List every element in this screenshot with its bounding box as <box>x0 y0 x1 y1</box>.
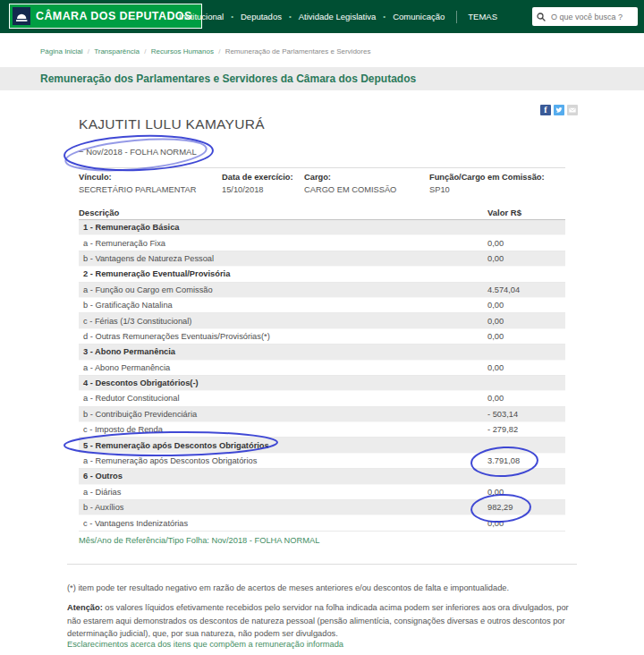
table-row: a - Abono Permanência0,00 <box>79 361 565 376</box>
breadcrumb-pagina-inicial[interactable]: Página Inicial <box>40 47 83 55</box>
row-description: a - Diárias <box>79 488 121 497</box>
table-row: c - Imposto de Renda- 279,82 <box>79 422 565 438</box>
row-description: a - Remuneração após Descontos Obrigatór… <box>79 456 257 465</box>
row-value: 0,00 <box>487 488 504 497</box>
nav-bullet-icon: • <box>289 13 292 21</box>
footer-divider <box>67 564 577 565</box>
attention-text: os valores líquidos efetivamente recebid… <box>67 603 569 638</box>
info-vinculo: Vínculo: SECRETÁRIO PARLAMENTAR <box>79 173 196 194</box>
page-title: Remuneração dos Parlamentares e Servidor… <box>40 72 416 85</box>
attention-label: Atenção: <box>67 603 103 612</box>
nav-atividade-legislativa[interactable]: Atividade Legislativa <box>299 12 377 21</box>
row-value: - 503,14 <box>487 410 518 419</box>
reference-note: Mês/Ano de Referência/Tipo Folha: Nov/20… <box>79 536 319 545</box>
row-description: b - Auxílios <box>79 503 123 512</box>
info-value: SECRETÁRIO PARLAMENTAR <box>79 185 196 194</box>
row-value: 3.791,08 <box>487 456 520 465</box>
nav-comunicacao[interactable]: Comunicação <box>393 12 445 21</box>
info-label: Data de exercício: <box>222 173 293 182</box>
row-value: 0,00 <box>487 254 504 263</box>
table-section-row: 1 - Remuneração Básica <box>79 220 565 235</box>
title-band: Remuneração dos Parlamentares e Servidor… <box>0 67 644 90</box>
search-box[interactable] <box>532 7 638 26</box>
search-icon <box>537 13 546 21</box>
row-description: 2 - Remuneração Eventual/Provisória <box>79 269 230 278</box>
table-row: b - Vantagens de Natureza Pessoal0,00 <box>79 251 565 267</box>
nav-temas[interactable]: TEMAS <box>468 12 497 21</box>
email-icon[interactable] <box>567 105 578 115</box>
table-row: b - Gratificação Natalina0,00 <box>79 298 565 313</box>
info-cargo: Cargo: CARGO EM COMISSÃO <box>304 173 396 194</box>
row-value: 0,00 <box>487 363 504 372</box>
row-description: 3 - Abono Permanência <box>79 347 175 356</box>
row-value: - 279,82 <box>487 425 518 434</box>
row-value: 0,00 <box>487 301 504 310</box>
info-value: SP10 <box>429 185 545 194</box>
breadcrumb-separator: / <box>88 47 89 55</box>
table-row: c - Férias (1/3 Constitucional)0,00 <box>79 313 565 328</box>
breadcrumb-separator: / <box>218 47 220 55</box>
row-description: b - Gratificação Natalina <box>79 301 173 310</box>
row-description: 4 - Descontos Obrigatórios(-) <box>79 379 199 387</box>
logo-text: CÂMARA DOS DEPUTADOS <box>36 10 192 22</box>
table-section-row: 4 - Descontos Obrigatórios(-) <box>79 376 565 391</box>
nav-deputados[interactable]: Deputados <box>241 12 282 21</box>
row-value: 982,29 <box>487 503 513 512</box>
info-label: Vínculo: <box>79 173 196 182</box>
nav-bullet-icon: • <box>383 13 386 21</box>
table-row: b - Auxílios982,29 <box>79 500 565 515</box>
accordion-divider <box>79 167 565 168</box>
table-row: c - Vantagens Indenizatórias0,00 <box>79 515 565 531</box>
info-data-exercicio: Data de exercício: 15/10/2018 <box>222 173 293 194</box>
clarification-link[interactable]: Esclarecimentos acerca dos itens que com… <box>67 640 343 649</box>
table-row: a - Função ou Cargo em Comissão4.574,04 <box>79 283 565 298</box>
table-section-row: 6 - Outros <box>79 469 565 484</box>
table-section-row: 5 - Remuneração após Descontos Obrigatór… <box>79 438 565 453</box>
info-label: Cargo: <box>304 173 396 182</box>
row-value: 0,00 <box>487 394 504 403</box>
row-description: d - Outras Remunerações Eventuais/Provis… <box>79 332 270 341</box>
attention-note: Atenção: os valores líquidos efetivament… <box>67 601 584 641</box>
breadcrumb-current: Remuneração de Parlamentares e Servidore… <box>225 47 371 55</box>
row-description: a - Abono Permanência <box>79 363 170 372</box>
nav-institucional[interactable]: Institucional <box>179 12 224 21</box>
nav-divider <box>456 11 457 23</box>
row-value: 0,00 <box>487 332 504 341</box>
remuneration-table: 1 - Remuneração Básicaa - Remuneração Fi… <box>79 220 565 532</box>
table-section-row: 3 - Abono Permanência <box>79 345 565 360</box>
row-description: 6 - Outros <box>79 472 123 481</box>
social-share: f <box>540 105 578 115</box>
asterisk-note: (*) item pode ter resultado negativo em … <box>67 582 581 594</box>
table-row: a - Remuneração Fixa0,00 <box>79 235 565 251</box>
row-value: 0,00 <box>487 239 504 248</box>
row-description: a - Função ou Cargo em Comissão <box>79 285 213 294</box>
row-description: 1 - Remuneração Básica <box>79 223 179 232</box>
table-row: a - Redutor Constitucional0,00 <box>79 391 565 406</box>
table-section-row: 2 - Remuneração Eventual/Provisória <box>79 267 565 282</box>
breadcrumb-recursos-humanos[interactable]: Recursos Humanos <box>151 47 214 55</box>
facebook-icon[interactable]: f <box>540 105 551 115</box>
row-description: b - Vantagens de Natureza Pessoal <box>79 254 214 263</box>
table-row: b - Contribuição Previdenciária- 503,14 <box>79 407 565 422</box>
twitter-icon[interactable] <box>554 105 564 115</box>
camara-emblem-icon <box>13 7 30 25</box>
row-value: 4.574,04 <box>487 285 520 294</box>
row-value: 0,00 <box>487 519 504 528</box>
info-value: CARGO EM COMISSÃO <box>304 185 396 194</box>
search-input[interactable] <box>549 12 633 22</box>
row-description: a - Remuneração Fixa <box>79 239 165 248</box>
row-description: b - Contribuição Previdenciária <box>79 410 197 419</box>
row-description: c - Imposto de Renda <box>79 425 163 434</box>
table-row: d - Outras Remunerações Eventuais/Provis… <box>79 329 565 345</box>
camara-logo[interactable]: CÂMARA DOS DEPUTADOS <box>9 4 202 29</box>
breadcrumb: Página Inicial / Transparência / Recurso… <box>40 47 370 55</box>
row-description: 5 - Remuneração após Descontos Obrigatór… <box>79 441 269 450</box>
table-row: a - Remuneração após Descontos Obrigatór… <box>79 454 565 469</box>
folha-accordion-header[interactable]: − Nov/2018 - FOLHA NORMAL <box>79 147 197 157</box>
info-value: 15/10/2018 <box>222 185 293 194</box>
row-description: c - Vantagens Indenizatórias <box>79 519 188 528</box>
row-description: c - Férias (1/3 Constitucional) <box>79 317 191 326</box>
breadcrumb-transparencia[interactable]: Transparência <box>94 47 140 55</box>
row-value: 0,00 <box>487 317 504 326</box>
site-header: CÂMARA DOS DEPUTADOS Institucional • Dep… <box>0 0 644 33</box>
